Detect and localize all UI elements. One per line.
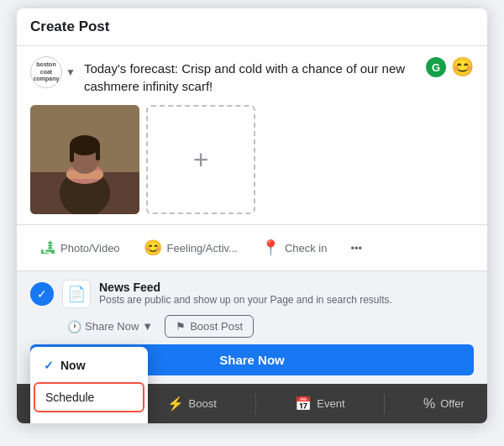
editor-icons: G 😊 (426, 56, 474, 78)
event-label: Event (317, 397, 344, 410)
dropdown-item-now[interactable]: ✓ Now (30, 350, 148, 380)
checkin-label: Check in (285, 242, 328, 254)
nav-divider-3 (384, 394, 385, 414)
boost-post-label: Boost Post (190, 320, 243, 333)
share-dropdown-menu: ✓ Now Schedule Backdate Save Draft (30, 347, 148, 424)
offer-icon: % (423, 396, 435, 412)
feeling-button[interactable]: 😊 Feeling/Activ... (134, 232, 248, 264)
dropdown-backdate-label: Backdate (44, 422, 92, 424)
feeling-icon: 😊 (144, 239, 162, 257)
nav-divider-2 (255, 394, 256, 414)
dropdown-now-label: Now (60, 359, 86, 372)
share-now-label: Share Now (85, 320, 139, 333)
checkin-icon: 📍 (261, 239, 280, 257)
boost-icon: ⚡ (167, 396, 184, 412)
boost-flag-icon: ⚑ (176, 320, 186, 333)
emoji-icon[interactable]: 😊 (451, 56, 474, 78)
offer-label: Offer (440, 397, 465, 410)
avatar-block: bostoncoatcompany ▼ (30, 56, 76, 88)
svg-rect-8 (96, 145, 100, 160)
chevron-down-icon[interactable]: ▼ (66, 66, 76, 78)
checkin-button[interactable]: 📍 Check in (251, 232, 338, 264)
photo-image (30, 105, 139, 214)
plus-icon: + (193, 144, 209, 176)
photo-thumbnail (30, 105, 139, 214)
post-area: bostoncoatcompany ▼ Today's forecast: Cr… (17, 46, 487, 105)
modal-title: Create Post (30, 18, 109, 35)
dropdown-schedule-label: Schedule (45, 391, 94, 404)
photo-video-icon: 🏞 (40, 239, 55, 257)
event-icon: 📅 (295, 396, 312, 412)
checkmark-icon: ✓ (30, 282, 54, 306)
grammarly-icon: G (426, 57, 446, 77)
boost-post-button[interactable]: ⚑ Boost Post (165, 315, 254, 338)
action-buttons-row: 🏞 Photo/Video 😊 Feeling/Activ... 📍 Check… (17, 224, 487, 271)
svg-rect-7 (70, 145, 74, 162)
dropdown-item-schedule[interactable]: Schedule (34, 382, 144, 412)
dropdown-item-backdate[interactable]: Backdate (30, 414, 148, 424)
add-media-button[interactable]: + (146, 105, 255, 214)
share-now-dropdown-button[interactable]: 🕐 Share Now ▼ (62, 317, 158, 337)
boost-label: Boost (189, 397, 217, 410)
checkmark-now-icon: ✓ (44, 359, 54, 372)
more-label: ••• (350, 242, 362, 254)
feeling-label: Feeling/Activ... (167, 242, 238, 254)
bottom-nav-offer[interactable]: % Offer (417, 393, 471, 415)
news-feed-row: ✓ 📄 News Feed Posts are public and show … (30, 280, 474, 308)
news-feed-title: News Feed (99, 281, 474, 294)
clock-icon: 🕐 (67, 320, 81, 333)
share-row: 🕐 Share Now ▼ ✓ Now Schedule Backdate (30, 315, 474, 338)
avatar: bostoncoatcompany (30, 56, 62, 88)
more-button[interactable]: ••• (340, 232, 372, 264)
share-now-dropdown: 🕐 Share Now ▼ ✓ Now Schedule Backdate (30, 317, 158, 337)
dropdown-chevron-icon: ▼ (142, 320, 153, 333)
footer-area: ✓ 📄 News Feed Posts are public and show … (17, 271, 487, 384)
bottom-nav-boost[interactable]: ⚡ Boost (160, 392, 223, 415)
post-text[interactable]: Today's forecast: Crisp and cold with a … (84, 56, 417, 95)
photo-video-label: Photo/Video (60, 242, 120, 254)
media-area: + (17, 105, 487, 224)
modal-header: Create Post (17, 8, 487, 46)
photo-video-button[interactable]: 🏞 Photo/Video (30, 232, 130, 264)
news-feed-icon: 📄 (62, 280, 91, 308)
news-feed-subtitle: Posts are public and show up on your Pag… (99, 294, 474, 307)
svg-point-6 (70, 135, 100, 155)
create-post-modal: Create Post bostoncoatcompany ▼ Today's … (17, 8, 487, 423)
news-feed-text: News Feed Posts are public and show up o… (99, 281, 474, 307)
bottom-nav-event[interactable]: 📅 Event (288, 392, 351, 415)
